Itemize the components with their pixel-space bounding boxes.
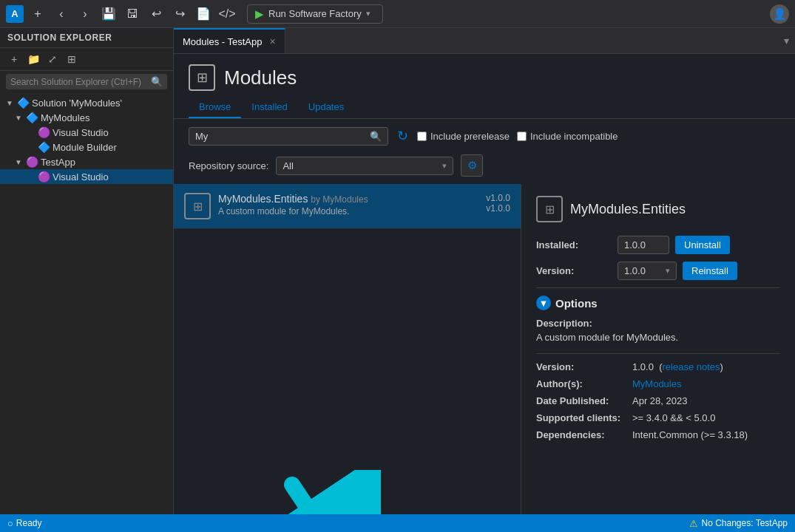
tab-label: Modules - TestApp bbox=[183, 36, 262, 47]
code-btn[interactable]: </> bbox=[217, 4, 237, 24]
sidebar-item-testapp[interactable]: ▼ 🟣 TestApp bbox=[0, 154, 173, 169]
options-section: ▼ Options Description: A custom module f… bbox=[536, 296, 780, 440]
detail-meta: Version: 1.0.0 (release notes) Author(s)… bbox=[536, 361, 780, 440]
solution-icon: 🔷 bbox=[17, 97, 30, 109]
sidebar-item-module-builder[interactable]: ▶ 🔷 Module Builder bbox=[0, 140, 173, 154]
description-value: A custom module for MyModules. bbox=[536, 332, 780, 343]
chevron-down-icon: ▾ bbox=[442, 161, 447, 171]
meta-authors-value: MyModules bbox=[632, 378, 681, 389]
run-software-factory-btn[interactable]: ▶ Run Software Factory ▾ bbox=[247, 4, 383, 24]
package-search-box: 🔍 bbox=[189, 127, 388, 146]
meta-clients-row: Supported clients: >= 3.4.0 && < 5.0.0 bbox=[536, 412, 780, 423]
sidebar-item-mymodules[interactable]: ▼ 🔷 MyModules bbox=[0, 110, 173, 125]
detail-installed-row: Installed: Uninstall bbox=[536, 236, 780, 254]
modules-header: ⊞ Modules bbox=[174, 54, 795, 97]
options-title: Options bbox=[555, 297, 598, 310]
tabs-more-btn[interactable]: ▾ bbox=[784, 35, 789, 47]
tab-close-btn[interactable]: × bbox=[269, 35, 275, 47]
sidebar-folder-btn[interactable]: 📁 bbox=[25, 51, 41, 67]
release-notes-link[interactable]: release notes bbox=[662, 361, 720, 372]
meta-date-row: Date Published: Apr 28, 2023 bbox=[536, 395, 780, 406]
split-panel: ⊞ MyModules.Entities by MyModules A cust… bbox=[174, 184, 795, 514]
package-list: ⊞ MyModules.Entities by MyModules A cust… bbox=[174, 184, 521, 229]
redo-btn[interactable]: ↪ bbox=[170, 4, 189, 24]
sidebar-search-icon[interactable]: 🔍 bbox=[151, 76, 163, 87]
sidebar-toolbar: + 📁 ⤢ ⊞ bbox=[0, 48, 173, 71]
save-btn[interactable]: 💾 bbox=[99, 4, 118, 24]
sidebar-item-label: Visual Studio bbox=[53, 171, 109, 183]
include-prerelease-label[interactable]: Include prerelease bbox=[417, 131, 510, 142]
sidebar-item-visual-studio-2[interactable]: ▶ 🟣 Visual Studio bbox=[0, 169, 173, 184]
save-all-btn[interactable]: 🖫 bbox=[123, 4, 142, 24]
sidebar-tree: ▼ 🔷 Solution 'MyModules' ▼ 🔷 MyModules ▶… bbox=[0, 92, 173, 514]
tab-updates[interactable]: Updates bbox=[298, 97, 354, 118]
sidebar-search-bar: 🔍 bbox=[6, 74, 167, 89]
gear-icon: ⚙ bbox=[467, 159, 477, 172]
options-header[interactable]: ▼ Options bbox=[536, 296, 780, 310]
undo-btn[interactable]: ↩ bbox=[146, 4, 166, 24]
ready-icon: ○ bbox=[7, 518, 13, 529]
sidebar-grid-btn[interactable]: ⊞ bbox=[64, 51, 80, 67]
sidebar-item-label: MyModules bbox=[41, 112, 89, 123]
meta-version-row: Version: 1.0.0 (release notes) bbox=[536, 361, 780, 372]
installed-value-input[interactable] bbox=[618, 236, 669, 254]
tab-installed[interactable]: Installed bbox=[241, 97, 297, 118]
toolbar-right: 👤 bbox=[770, 4, 789, 24]
meta-deps-row: Dependencies: Intent.Common (>= 3.3.18) bbox=[536, 429, 780, 440]
options-chevron-icon: ▼ bbox=[536, 296, 551, 310]
detail-pkg-title: MyModules.Entities bbox=[570, 202, 686, 217]
back-btn[interactable]: ‹ bbox=[52, 4, 71, 24]
pkg-name: MyModules.Entities by MyModules bbox=[218, 193, 478, 205]
version-label: Version: bbox=[536, 265, 618, 276]
sidebar-expand-btn[interactable]: ⤢ bbox=[44, 51, 61, 67]
detail-pkg-icon: ⊞ bbox=[536, 196, 563, 222]
vs2-icon: 🟣 bbox=[38, 171, 50, 183]
divider bbox=[536, 353, 780, 354]
detail-version-row: Version: 1.0.0 ▾ Reinstall bbox=[536, 262, 780, 280]
sidebar-header: Solution Explorer bbox=[0, 28, 173, 48]
sidebar-item-label: TestApp bbox=[41, 157, 75, 168]
testapp-icon: 🟣 bbox=[26, 156, 38, 168]
meta-authors-row: Author(s): MyModules bbox=[536, 378, 780, 389]
pkg-info: MyModules.Entities by MyModules A custom… bbox=[218, 193, 478, 216]
version-select-value: 1.0.0 bbox=[624, 265, 666, 276]
detail-header: ⊞ MyModules.Entities bbox=[536, 196, 780, 222]
package-search-input[interactable] bbox=[195, 131, 370, 142]
include-incompatible-checkbox[interactable] bbox=[517, 132, 527, 141]
status-no-changes: ⚠ No Changes: TestApp bbox=[689, 518, 788, 529]
repo-source-label: Repository source: bbox=[189, 160, 268, 171]
chevron-down-icon: ▼ bbox=[6, 99, 15, 107]
main-area: Solution Explorer + 📁 ⤢ ⊞ 🔍 ▼ 🔷 Solution… bbox=[0, 28, 795, 514]
sidebar-search-input[interactable] bbox=[10, 77, 151, 87]
include-prerelease-checkbox[interactable] bbox=[417, 132, 427, 141]
repo-source-select[interactable]: All ▾ bbox=[276, 157, 453, 175]
uninstall-button[interactable]: Uninstall bbox=[675, 236, 730, 254]
account-btn[interactable]: 👤 bbox=[770, 4, 789, 24]
modules-panel: ⊞ Modules Browse Installed Updates 🔍 ↻ bbox=[174, 54, 795, 514]
tab-browse[interactable]: Browse bbox=[189, 97, 241, 118]
pkg-versions: v1.0.0 v1.0.0 bbox=[486, 193, 510, 214]
tab-modules-testapp[interactable]: Modules - TestApp × bbox=[174, 28, 285, 53]
new-proj-btn[interactable]: 📄 bbox=[194, 4, 213, 24]
sidebar-item-solution[interactable]: ▼ 🔷 Solution 'MyModules' bbox=[0, 95, 173, 110]
no-changes-label: No Changes: TestApp bbox=[701, 518, 788, 528]
new-file-btn[interactable]: + bbox=[28, 4, 47, 24]
meta-version-label: Version: bbox=[536, 361, 632, 372]
include-incompatible-label[interactable]: Include incompatible bbox=[517, 131, 618, 142]
meta-deps-label: Dependencies: bbox=[536, 429, 632, 440]
sidebar-add-btn[interactable]: + bbox=[6, 51, 22, 67]
package-search-icon[interactable]: 🔍 bbox=[370, 131, 382, 142]
desc-section: Description: A custom module for MyModul… bbox=[536, 318, 780, 343]
repo-settings-btn[interactable]: ⚙ bbox=[461, 154, 483, 177]
meta-dep1-value: Intent.Common (>= 3.3.18) bbox=[632, 429, 748, 440]
forward-btn[interactable]: › bbox=[75, 4, 95, 24]
run-btn-label: Run Software Factory bbox=[268, 8, 362, 19]
installed-label: Installed: bbox=[536, 239, 618, 250]
reinstall-button[interactable]: Reinstall bbox=[683, 262, 737, 280]
refresh-btn[interactable]: ↻ bbox=[396, 126, 410, 146]
version-select[interactable]: 1.0.0 ▾ bbox=[618, 262, 677, 280]
sidebar-item-label: Module Builder bbox=[53, 142, 117, 153]
description-label: Description: bbox=[536, 318, 780, 329]
list-item[interactable]: ⊞ MyModules.Entities by MyModules A cust… bbox=[174, 184, 521, 229]
sidebar-item-visual-studio-1[interactable]: ▶ 🟣 Visual Studio bbox=[0, 125, 173, 140]
